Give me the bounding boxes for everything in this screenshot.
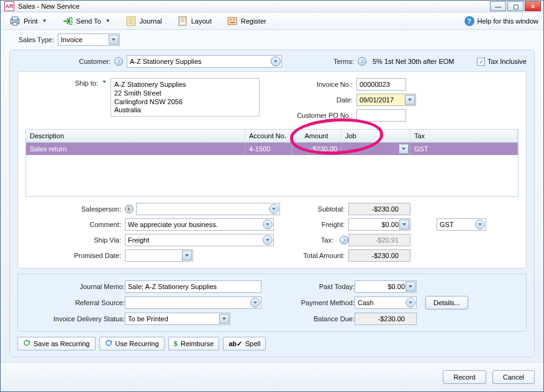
journal-button[interactable]: Journal (122, 14, 166, 29)
cell-amount[interactable]: -$230.00 (292, 143, 342, 155)
date-value: 09/01/2017 (360, 96, 394, 104)
calendar-icon[interactable] (182, 251, 192, 261)
help-link[interactable]: ? Help for this window (465, 16, 538, 26)
referral-combo[interactable] (125, 296, 261, 309)
maximize-button[interactable]: ▢ (507, 1, 524, 11)
dropdown-icon[interactable] (269, 204, 279, 214)
close-button[interactable]: ✕ (525, 1, 541, 11)
print-button[interactable]: Print ▼ (6, 14, 51, 29)
sales-type-value: Invoice (61, 36, 83, 43)
ship-via-combo[interactable]: Freight (125, 234, 274, 246)
save-recurring-button[interactable]: Save as Recurring (17, 337, 96, 350)
line-items-table: Description Account No. Amount Job Tax S… (25, 129, 519, 197)
cell-tax[interactable]: GST (410, 143, 518, 155)
balance-due-field: -$230.00 (355, 313, 417, 325)
recurring-icon (23, 339, 30, 348)
invoice-no-value: 00000023 (360, 81, 390, 88)
send-to-button[interactable]: Send To ▼ (58, 14, 114, 29)
dropdown-icon[interactable] (263, 235, 273, 245)
promised-date-field[interactable] (125, 249, 193, 262)
terms-zoom-icon[interactable] (358, 57, 366, 66)
record-button[interactable]: Record (443, 370, 486, 384)
cell-job[interactable] (342, 143, 410, 155)
payment-method-combo[interactable]: Cash (355, 296, 417, 309)
balance-due-value: -$230.00 (378, 315, 405, 323)
col-description[interactable]: Description (26, 130, 245, 142)
calendar-icon[interactable] (405, 95, 415, 105)
tax-zoom-icon[interactable] (340, 236, 348, 244)
col-job[interactable]: Job (342, 130, 410, 142)
delivery-status-value: To be Printed (128, 315, 168, 323)
date-field[interactable]: 09/01/2017 (356, 94, 416, 106)
app-icon: AR (4, 1, 14, 11)
recurring-icon (105, 339, 112, 348)
po-field[interactable] (356, 109, 406, 122)
ship-to-textarea[interactable]: A-Z Stationery Supplies 22 Smith Street … (111, 78, 260, 117)
freight-tax-combo[interactable]: GST (437, 218, 486, 231)
ship-to-dropdown[interactable] (102, 78, 107, 122)
use-recurring-button[interactable]: Use Recurring (99, 337, 165, 350)
total-label: Total Amount: (280, 252, 348, 259)
invoice-no-field[interactable]: 00000023 (356, 78, 406, 91)
dropdown-icon[interactable] (219, 314, 229, 324)
reimburse-label: Reimburse (181, 340, 214, 347)
table-row[interactable]: Sales return 4-1500 -$230.00 GST (26, 143, 518, 155)
sales-type-combo[interactable]: Invoice (58, 33, 120, 46)
svg-rect-2 (13, 22, 17, 25)
terms-label: Terms: (311, 58, 354, 65)
dropdown-icon[interactable] (250, 298, 260, 308)
customer-zoom-icon[interactable] (114, 57, 123, 66)
dropdown-icon[interactable] (263, 220, 273, 229)
tax-field: -$20.91 (348, 234, 410, 246)
cell-account[interactable]: 4-1500 (245, 143, 292, 155)
register-icon (227, 16, 238, 27)
reimburse-button[interactable]: $ Reimburse (168, 337, 219, 350)
layout-label: Layout (191, 17, 212, 25)
col-account[interactable]: Account No. (245, 130, 292, 142)
salesperson-combo[interactable] (136, 203, 280, 215)
print-label: Print (24, 17, 38, 25)
minimize-button[interactable]: — (490, 1, 506, 11)
svg-rect-14 (229, 22, 235, 23)
save-recurring-label: Save as Recurring (34, 340, 90, 347)
tax-inclusive-checkbox[interactable]: ✓ (477, 58, 485, 66)
salesperson-zoom-icon[interactable] (125, 205, 134, 213)
details-button[interactable]: Details... (425, 296, 468, 310)
po-label: Customer PO No.: (278, 112, 353, 119)
paid-today-field[interactable]: $0.00 (355, 280, 417, 293)
journal-memo-field[interactable]: Sale; A-Z Stationery Supplies (125, 280, 261, 293)
register-button[interactable]: Register (223, 14, 270, 29)
delivery-status-label: Invoice Delivery Status: (25, 315, 125, 323)
journal-memo-label: Journal Memo: (25, 283, 125, 290)
cell-description[interactable]: Sales return (26, 143, 245, 155)
dropdown-icon[interactable] (406, 282, 415, 292)
dropdown-icon[interactable] (109, 35, 119, 45)
freight-label: Freight: (280, 221, 348, 228)
svg-point-15 (24, 341, 29, 345)
col-tax[interactable]: Tax (410, 130, 518, 142)
dropdown-icon[interactable] (399, 144, 409, 154)
dropdown-icon[interactable] (271, 56, 281, 66)
dropdown-icon[interactable] (399, 220, 409, 229)
ship-via-value: Freight (128, 236, 149, 244)
cancel-button[interactable]: Cancel (492, 370, 535, 384)
col-amount[interactable]: Amount (292, 130, 342, 142)
salesperson-label: Salesperson: (25, 205, 125, 213)
register-label: Register (241, 17, 266, 25)
titlebar: AR Sales - New Service — ▢ ✕ (1, 1, 543, 12)
tax-label: Tax: (321, 236, 337, 244)
customer-combo[interactable]: A-Z Stationery Supplies (127, 55, 282, 68)
svg-point-16 (106, 341, 111, 345)
spell-button[interactable]: ab✓ Spell (223, 337, 266, 350)
freight-field[interactable]: $0.00 (348, 218, 410, 231)
dropdown-icon[interactable] (475, 220, 485, 229)
dropdown-icon[interactable] (406, 298, 415, 308)
spell-icon: ab✓ (229, 340, 242, 348)
svg-rect-3 (70, 17, 71, 24)
delivery-status-combo[interactable]: To be Printed (125, 313, 230, 325)
layout-button[interactable]: Layout (173, 14, 215, 29)
paid-today-value: $0.00 (388, 283, 405, 290)
comment-label: Comment: (25, 221, 125, 228)
comment-combo[interactable]: We appreciate your business. (125, 218, 274, 231)
date-label: Date: (278, 96, 353, 104)
